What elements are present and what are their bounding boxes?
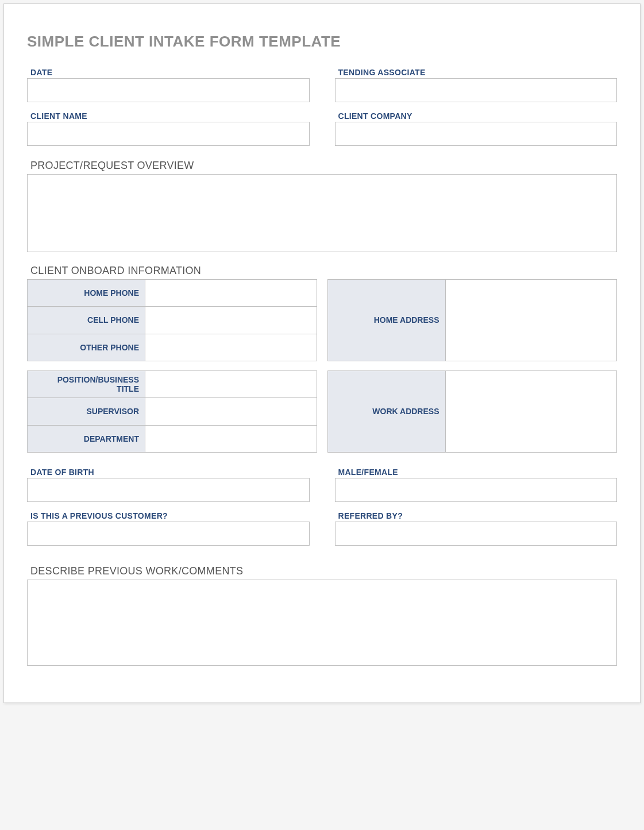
input-describe[interactable] (27, 580, 617, 666)
label-dob: DATE OF BIRTH (27, 468, 310, 478)
input-tending-associate[interactable] (335, 78, 618, 102)
form-title: SIMPLE CLIENT INTAKE FORM TEMPLATE (27, 33, 617, 51)
input-date[interactable] (27, 78, 310, 102)
label-onboard: CLIENT ONBOARD INFORMATION (27, 260, 617, 279)
input-home-phone[interactable] (145, 280, 317, 306)
label-department: DEPARTMENT (28, 425, 145, 452)
onboard-table-phones: HOME PHONE CELL PHONE OTHER PHONE (27, 279, 317, 361)
field-client-name: CLIENT NAME (27, 111, 310, 146)
label-date: DATE (27, 68, 310, 78)
field-gender: MALE/FEMALE (335, 468, 618, 502)
table-row: SUPERVISOR (28, 398, 317, 425)
label-supervisor: SUPERVISOR (28, 398, 145, 425)
input-client-name[interactable] (27, 122, 310, 146)
label-gender: MALE/FEMALE (335, 468, 618, 478)
label-other-phone: OTHER PHONE (28, 334, 145, 361)
field-referred: REFERRED BY? (335, 511, 618, 546)
onboard-table-home-address: HOME ADDRESS (327, 279, 618, 361)
row-prev-referred: IS THIS A PREVIOUS CUSTOMER? REFERRED BY… (27, 511, 617, 546)
input-department[interactable] (145, 426, 317, 452)
input-other-phone[interactable] (145, 334, 317, 361)
input-home-address[interactable] (446, 280, 617, 359)
row-dob-gender: DATE OF BIRTH MALE/FEMALE (27, 468, 617, 502)
table-row: POSITION/BUSINESS TITLE (28, 371, 317, 398)
label-project-overview: PROJECT/REQUEST OVERVIEW (27, 155, 617, 174)
row-client-name-company: CLIENT NAME CLIENT COMPANY (27, 111, 617, 146)
table-row: DEPARTMENT (28, 425, 317, 452)
row-date-associate: DATE TENDING ASSOCIATE (27, 68, 617, 102)
table-row: CELL PHONE (28, 307, 317, 334)
form-page: SIMPLE CLIENT INTAKE FORM TEMPLATE DATE … (3, 3, 641, 703)
section-describe: DESCRIBE PREVIOUS WORK/COMMENTS (27, 561, 617, 668)
field-dob: DATE OF BIRTH (27, 468, 310, 502)
table-row: HOME PHONE (28, 280, 317, 307)
label-client-company: CLIENT COMPANY (335, 111, 618, 122)
label-describe: DESCRIBE PREVIOUS WORK/COMMENTS (27, 561, 617, 580)
label-home-phone: HOME PHONE (28, 280, 145, 307)
label-prev-customer: IS THIS A PREVIOUS CUSTOMER? (27, 511, 310, 522)
table-row: OTHER PHONE (28, 334, 317, 361)
label-position-title: POSITION/BUSINESS TITLE (28, 371, 145, 398)
field-tending-associate: TENDING ASSOCIATE (335, 68, 618, 102)
input-supervisor[interactable] (145, 398, 317, 424)
label-referred: REFERRED BY? (335, 511, 618, 522)
input-position-title[interactable] (145, 371, 317, 397)
input-cell-phone[interactable] (145, 307, 317, 333)
field-date: DATE (27, 68, 310, 102)
onboard-table-position: POSITION/BUSINESS TITLE SUPERVISOR DEPAR… (27, 370, 317, 453)
input-work-address[interactable] (446, 371, 617, 450)
input-client-company[interactable] (335, 122, 618, 146)
input-gender[interactable] (335, 478, 618, 502)
onboard-group-1: HOME PHONE CELL PHONE OTHER PHONE HOME A… (27, 279, 617, 361)
label-cell-phone: CELL PHONE (28, 307, 145, 334)
input-dob[interactable] (27, 478, 310, 502)
field-client-company: CLIENT COMPANY (335, 111, 618, 146)
label-home-address: HOME ADDRESS (327, 280, 445, 361)
field-prev-customer: IS THIS A PREVIOUS CUSTOMER? (27, 511, 310, 546)
input-prev-customer[interactable] (27, 522, 310, 546)
onboard-group-2: POSITION/BUSINESS TITLE SUPERVISOR DEPAR… (27, 370, 617, 453)
label-work-address: WORK ADDRESS (327, 371, 445, 453)
input-project-overview[interactable] (27, 174, 617, 252)
label-tending-associate: TENDING ASSOCIATE (335, 68, 618, 78)
onboard-table-work-address: WORK ADDRESS (327, 370, 618, 453)
input-referred[interactable] (335, 522, 618, 546)
label-client-name: CLIENT NAME (27, 111, 310, 122)
section-project-overview: PROJECT/REQUEST OVERVIEW (27, 155, 617, 254)
